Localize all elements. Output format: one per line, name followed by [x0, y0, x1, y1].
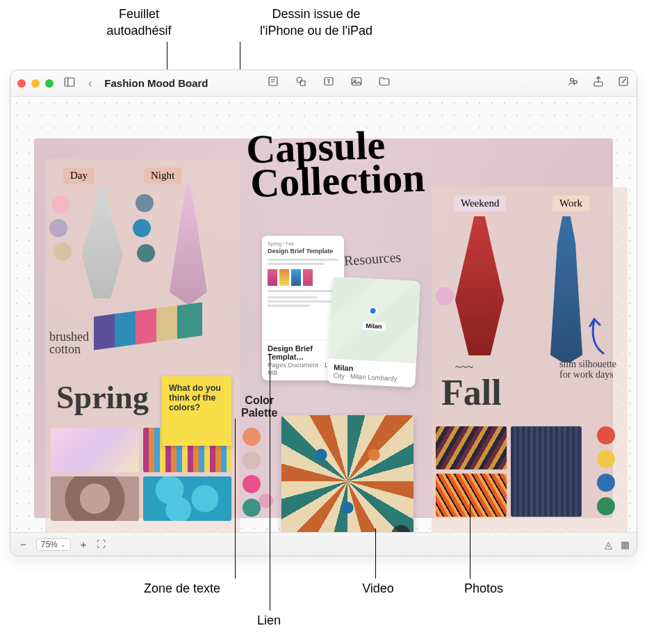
toolbar-center — [267, 75, 391, 91]
card-title: Design Brief Templat… — [268, 344, 338, 361]
sticky-note[interactable]: What do you think of the colors? — [162, 376, 231, 446]
zoom-value: 75% — [41, 540, 58, 549]
hand-arrow-icon — [586, 315, 607, 357]
media-tool-icon[interactable] — [350, 75, 363, 91]
grid-icon[interactable]: ▦ — [621, 539, 630, 550]
doc-thumb-sub: Spring / Fall — [268, 241, 338, 246]
photo — [51, 428, 139, 472]
edit-icon[interactable] — [617, 75, 630, 91]
bottom-right-tools: ◬ ▦ — [605, 539, 630, 550]
text-box[interactable]: Color Palette — [241, 394, 277, 420]
tag-day: Day — [63, 168, 95, 184]
callout-text: Dessin issue de l'iPhone ou de l'iPad — [260, 7, 372, 38]
callout-link: Lien — [224, 612, 314, 629]
callout-text: Zone de texte — [144, 581, 220, 595]
titlebar: ‹ Fashion Mood Board — [10, 70, 637, 97]
fall-palette — [597, 426, 615, 521]
callout-photos: Photos — [442, 580, 525, 597]
callout-line — [270, 353, 270, 611]
doc-thumb-title: Design Brief Template — [268, 248, 338, 255]
traffic-lights — [17, 79, 54, 88]
photo — [436, 474, 507, 517]
fall-photos — [436, 426, 582, 517]
palette-dot — [243, 499, 261, 517]
minimize-window-button[interactable] — [31, 79, 40, 88]
callout-video: Video — [343, 580, 413, 597]
svg-rect-2 — [269, 77, 277, 86]
callout-text: Photos — [464, 581, 503, 595]
callout-sticky: Feuillet autoadhésif — [63, 6, 215, 40]
palette-dot — [597, 426, 615, 444]
board-title: Fashion Mood Board — [104, 77, 208, 89]
zoom-out-button[interactable]: − — [17, 538, 29, 550]
palette-dot — [597, 474, 615, 492]
fabric-swatch — [177, 302, 202, 339]
swatch — [54, 243, 72, 261]
palette-dot — [243, 475, 261, 493]
callout-sketch: Dessin issue de l'iPhone ou de l'iPad — [226, 6, 407, 40]
share-icon[interactable] — [592, 75, 605, 91]
swatch — [436, 287, 454, 305]
callout-text: Feuillet autoadhésif — [106, 7, 171, 38]
swatch — [137, 244, 155, 262]
fall-heading: Fall — [441, 372, 502, 413]
sidebar-toggle-icon[interactable] — [63, 76, 76, 91]
spring-palette — [243, 428, 261, 522]
photo — [143, 476, 231, 521]
callout-text: Video — [362, 581, 394, 595]
callout-line — [470, 501, 470, 579]
palette-dot — [597, 497, 615, 515]
note-tool-icon[interactable] — [267, 75, 279, 91]
tag-night: Night — [144, 168, 181, 184]
map-pin-icon — [368, 307, 377, 316]
swatch — [136, 194, 154, 212]
bottom-bar: − 75% ⌄ + ⛶ ◬ ▦ — [10, 532, 637, 556]
svg-point-5 — [297, 77, 302, 83]
swatch — [52, 195, 70, 214]
zoom-level-select[interactable]: 75% ⌄ — [36, 538, 71, 551]
palette-dot — [243, 428, 261, 446]
swatch — [49, 219, 67, 237]
photo — [436, 426, 507, 469]
app-window: ‹ Fashion Mood Board Capsule Collection … — [10, 70, 637, 556]
swatch — [133, 219, 151, 237]
hand-note-fabric: brushed cotton — [49, 330, 98, 355]
zoom-in-button[interactable]: + — [78, 538, 90, 550]
close-window-button[interactable] — [17, 79, 26, 88]
fit-screen-button[interactable]: ⛶ — [97, 539, 106, 549]
card-footer: Milan City · Milan Lombardy — [327, 359, 416, 388]
callout-line — [375, 529, 376, 579]
map-thumbnail: Milan — [329, 277, 420, 363]
navigator-icon[interactable]: ◬ — [605, 539, 612, 550]
toolbar-right — [567, 75, 630, 91]
collaborate-icon[interactable] — [567, 75, 580, 91]
title-line-2: Collection — [249, 161, 425, 201]
video-item[interactable]: ▶ — [281, 415, 413, 547]
map-label: Milan — [362, 321, 386, 331]
callout-text: Lien — [257, 613, 281, 627]
file-tool-icon[interactable] — [378, 75, 391, 91]
callout-line — [235, 419, 236, 579]
tag-weekend: Weekend — [454, 195, 506, 211]
svg-rect-0 — [65, 78, 74, 86]
fullscreen-window-button[interactable] — [45, 79, 54, 88]
photo — [51, 476, 139, 521]
back-button[interactable]: ‹ — [85, 77, 95, 90]
tag-work: Work — [552, 195, 589, 211]
photo — [511, 426, 582, 517]
chevron-down-icon: ⌄ — [60, 541, 66, 548]
canvas[interactable]: Capsule Collection Day Night brushed cot… — [10, 97, 637, 532]
svg-point-11 — [574, 81, 578, 84]
svg-point-10 — [571, 79, 574, 82]
text-tool-icon[interactable] — [322, 75, 335, 91]
palette-dot — [597, 450, 615, 468]
palette-dot — [243, 451, 261, 469]
spring-heading: Spring — [56, 379, 149, 416]
shape-tool-icon[interactable] — [295, 75, 307, 91]
hand-note-work: slim silhouette for work days — [559, 360, 629, 380]
map-card[interactable]: Milan Milan City · Milan Lombardy — [327, 277, 420, 387]
callout-textbox: Zone de texte — [113, 580, 252, 597]
